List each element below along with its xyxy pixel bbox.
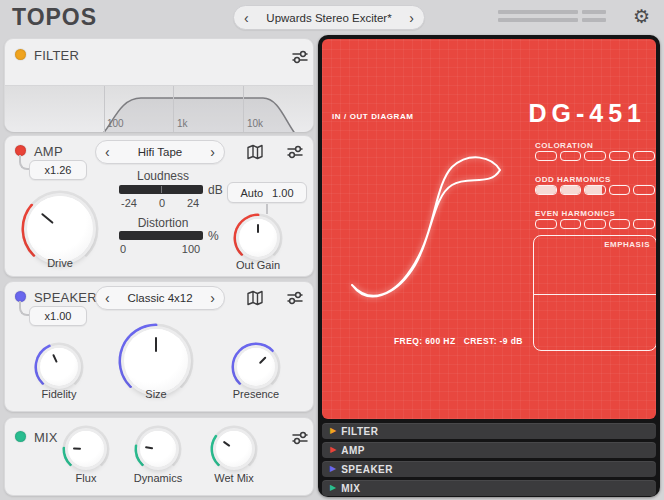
amp-title: AMP bbox=[34, 144, 63, 159]
mix-tab-label: MIX bbox=[341, 483, 360, 494]
amp-multiplier-value[interactable]: x1.26 bbox=[29, 160, 87, 180]
mix-section: MIX Flux Dynamics Wet Mix bbox=[4, 417, 314, 496]
amp-model-name: Hifi Tape bbox=[138, 146, 183, 158]
preset-selector[interactable]: ‹ Upwards Stereo Exciter* › bbox=[233, 5, 425, 30]
amp-map-icon[interactable] bbox=[245, 142, 265, 162]
loudness-tick: 0 bbox=[159, 197, 165, 209]
amp-model-next-icon[interactable]: › bbox=[210, 145, 215, 159]
device-panel: IN / OUT DIAGRAM DG-451 COLORATION ODD H… bbox=[318, 35, 660, 497]
mix-title: MIX bbox=[34, 430, 58, 445]
speaker-multiplier-value[interactable]: x1.00 bbox=[29, 306, 87, 326]
amp-model-prev-icon[interactable]: ‹ bbox=[105, 145, 110, 159]
size-knob-label: Size bbox=[145, 388, 166, 400]
freq-crest-readout: FREQ: 600 HZ CREST: -9 dB bbox=[394, 336, 523, 346]
mix-led[interactable] bbox=[15, 431, 26, 442]
out-gain-knob-label: Out Gain bbox=[236, 259, 280, 271]
meter-bar bbox=[498, 18, 578, 22]
filter-section: FILTER 100 1k 10k bbox=[4, 38, 314, 132]
speaker-model-name: Classic 4x12 bbox=[127, 292, 192, 304]
auto-gain-label: Auto bbox=[240, 187, 263, 199]
preset-name: Upwards Stereo Exciter* bbox=[266, 12, 391, 24]
filter-curve bbox=[5, 86, 313, 132]
effect-screen: IN / OUT DIAGRAM DG-451 COLORATION ODD H… bbox=[322, 39, 656, 419]
model-name: DG-451 bbox=[528, 99, 646, 128]
speaker-model-next-icon[interactable]: › bbox=[210, 291, 215, 305]
settings-icon[interactable]: ⚙ bbox=[633, 5, 650, 28]
loudness-tick: 24 bbox=[187, 197, 199, 209]
in-out-diagram-label: IN / OUT DIAGRAM bbox=[332, 112, 414, 121]
speaker-tab-label: SPEAKER bbox=[341, 464, 393, 475]
amp-tab-label: AMP bbox=[341, 445, 365, 456]
meter-bar bbox=[498, 10, 578, 14]
amp-section: AMP x1.26 ‹ Hifi Tape › Drive Loudness d… bbox=[4, 135, 314, 277]
distortion-unit: % bbox=[208, 229, 219, 243]
loudness-label: Loudness bbox=[137, 169, 189, 183]
distortion-tick: 100 bbox=[182, 243, 200, 255]
flux-knob-label: Flux bbox=[76, 472, 97, 484]
mix-tab[interactable]: ▶ MIX bbox=[322, 480, 656, 496]
mix-settings-icon[interactable] bbox=[290, 428, 310, 448]
gridline bbox=[104, 86, 105, 132]
freq-tick-100: 100 bbox=[107, 118, 124, 129]
coloration-label: COLORATION bbox=[535, 141, 593, 150]
auto-gain-box[interactable]: Auto 1.00 bbox=[227, 182, 307, 203]
emphasis-display: EMPHASIS bbox=[533, 235, 656, 351]
speaker-tab[interactable]: ▶ SPEAKER bbox=[322, 461, 656, 477]
amp-model-selector[interactable]: ‹ Hifi Tape › bbox=[95, 140, 225, 164]
odd-harmonics-indicators bbox=[535, 185, 655, 195]
presence-knob-label: Presence bbox=[233, 388, 279, 400]
odd-harmonics-label: ODD HARMONICS bbox=[535, 175, 611, 184]
dynamics-knob[interactable] bbox=[133, 424, 183, 474]
fidelity-knob[interactable] bbox=[33, 341, 85, 393]
distortion-meter bbox=[119, 231, 203, 240]
speaker-map-icon[interactable] bbox=[245, 288, 265, 308]
amp-settings-icon[interactable] bbox=[285, 142, 305, 162]
fidelity-knob-label: Fidelity bbox=[42, 388, 77, 400]
filter-tab-arrow-icon: ▶ bbox=[330, 427, 336, 435]
amp-tab[interactable]: ▶ AMP bbox=[322, 442, 656, 458]
app-title: TOPOS bbox=[12, 4, 97, 31]
loudness-unit: dB bbox=[208, 183, 223, 197]
emphasis-label: EMPHASIS bbox=[604, 240, 650, 249]
speaker-tab-arrow-icon: ▶ bbox=[330, 465, 336, 473]
filter-settings-icon[interactable] bbox=[290, 47, 310, 67]
freq-tick-1k: 1k bbox=[177, 118, 188, 129]
speaker-title: SPEAKER bbox=[34, 290, 97, 305]
filter-title: FILTER bbox=[34, 48, 79, 63]
filter-tab-label: FILTER bbox=[341, 426, 378, 437]
amp-tab-arrow-icon: ▶ bbox=[330, 446, 336, 454]
presence-knob[interactable] bbox=[230, 341, 282, 393]
transfer-curve bbox=[340, 145, 525, 335]
loudness-tick: -24 bbox=[121, 197, 137, 209]
preset-next-icon[interactable]: › bbox=[409, 11, 414, 25]
loudness-meter bbox=[119, 185, 203, 194]
header: TOPOS ‹ Upwards Stereo Exciter* › ⚙ bbox=[0, 0, 664, 35]
filter-led[interactable] bbox=[15, 49, 26, 60]
dynamics-knob-label: Dynamics bbox=[134, 472, 182, 484]
speaker-model-prev-icon[interactable]: ‹ bbox=[105, 291, 110, 305]
distortion-label: Distortion bbox=[138, 216, 189, 230]
speaker-model-selector[interactable]: ‹ Classic 4x12 › bbox=[95, 286, 225, 310]
drive-knob-label: Drive bbox=[47, 257, 73, 269]
gridline bbox=[173, 86, 174, 132]
speaker-section: SPEAKER x1.00 ‹ Classic 4x12 › Fidelity … bbox=[4, 281, 314, 412]
filter-curve-display[interactable]: 100 1k 10k bbox=[5, 85, 313, 132]
distortion-tick: 0 bbox=[120, 243, 126, 255]
meter-bar bbox=[582, 10, 606, 14]
flux-knob[interactable] bbox=[61, 424, 111, 474]
preset-prev-icon[interactable]: ‹ bbox=[244, 11, 249, 25]
output-meters bbox=[498, 10, 610, 26]
even-harmonics-indicators bbox=[535, 219, 655, 229]
meter-bar bbox=[582, 18, 606, 22]
wet-mix-knob[interactable] bbox=[209, 424, 259, 474]
mix-tab-arrow-icon: ▶ bbox=[330, 484, 336, 492]
coloration-indicators bbox=[535, 151, 655, 161]
out-gain-knob[interactable] bbox=[232, 212, 284, 264]
speaker-settings-icon[interactable] bbox=[285, 288, 305, 308]
wet-mix-knob-label: Wet Mix bbox=[214, 472, 254, 484]
freq-tick-10k: 10k bbox=[247, 118, 263, 129]
filter-tab[interactable]: ▶ FILTER bbox=[322, 423, 656, 439]
gridline bbox=[243, 86, 244, 132]
even-harmonics-label: EVEN HARMONICS bbox=[535, 209, 615, 218]
auto-gain-value: 1.00 bbox=[272, 187, 293, 199]
